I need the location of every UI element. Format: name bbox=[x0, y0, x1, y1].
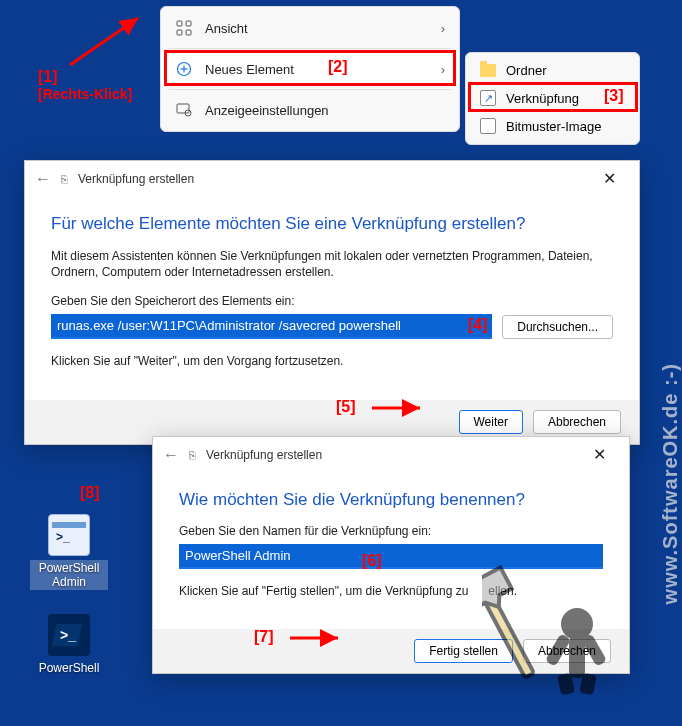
chevron-right-icon: › bbox=[441, 62, 445, 77]
annot-3: [3] bbox=[604, 87, 624, 105]
next-button[interactable]: Weiter bbox=[459, 410, 523, 434]
submenu-bitmap[interactable]: Bitmuster-Image bbox=[466, 112, 639, 140]
dialog1-desc: Mit diesem Assistenten können Sie Verknü… bbox=[51, 248, 613, 280]
chevron-right-icon: › bbox=[441, 21, 445, 36]
svg-text:>_: >_ bbox=[60, 627, 76, 643]
ctx-new-label: Neues Element bbox=[205, 62, 429, 77]
dialog1-heading: Für welche Elemente möchten Sie eine Ver… bbox=[51, 214, 613, 234]
separator bbox=[169, 89, 451, 90]
location-input[interactable] bbox=[51, 314, 492, 339]
close-icon[interactable]: ✕ bbox=[579, 445, 619, 464]
close-icon[interactable]: ✕ bbox=[589, 169, 629, 188]
desktop-icon-ps[interactable]: >_ PowerShell bbox=[30, 614, 108, 676]
display-settings-icon bbox=[175, 101, 193, 119]
context-menu: Ansicht › Neues Element › Anzeigeeinstel… bbox=[160, 6, 460, 132]
annot-4: [4] bbox=[468, 316, 488, 334]
hammer-mascot-icon bbox=[482, 516, 632, 696]
plus-circle-icon bbox=[175, 60, 193, 78]
back-icon[interactable]: ← bbox=[35, 170, 51, 188]
desktop-icon-label: PowerShell Admin bbox=[30, 560, 108, 590]
submenu-folder[interactable]: Ordner bbox=[466, 57, 639, 84]
svg-text:>_: >_ bbox=[56, 530, 70, 544]
dialog2-heading: Wie möchten Sie die Verknüpfung benennen… bbox=[179, 490, 603, 510]
dialog2-title: Verknüpfung erstellen bbox=[206, 448, 569, 462]
shortcut-mini-icon: ⎘ bbox=[189, 449, 196, 461]
submenu-bitmap-label: Bitmuster-Image bbox=[506, 119, 601, 134]
svg-rect-4 bbox=[186, 30, 191, 35]
view-icon bbox=[175, 19, 193, 37]
svg-rect-1 bbox=[177, 21, 182, 26]
submenu-folder-label: Ordner bbox=[506, 63, 546, 78]
powershell-admin-icon: >_ bbox=[48, 514, 90, 556]
annot-8: [8] bbox=[80, 484, 100, 502]
annot-2: [2] bbox=[328, 58, 348, 76]
dialog1-input-label: Geben Sie den Speicherort des Elements e… bbox=[51, 294, 613, 308]
ctx-display-label: Anzeigeeinstellungen bbox=[205, 103, 445, 118]
ctx-display-settings[interactable]: Anzeigeeinstellungen bbox=[161, 93, 459, 127]
ctx-view[interactable]: Ansicht › bbox=[161, 11, 459, 45]
annot-1: [1] bbox=[38, 68, 132, 86]
back-icon[interactable]: ← bbox=[163, 446, 179, 464]
create-shortcut-dialog-1: ← ⎘ Verknüpfung erstellen ✕ Für welche E… bbox=[24, 160, 640, 445]
annot-5: [5] bbox=[336, 398, 356, 416]
ctx-new-item[interactable]: Neues Element › bbox=[161, 52, 459, 86]
svg-rect-20 bbox=[545, 633, 571, 667]
svg-rect-3 bbox=[177, 30, 182, 35]
separator bbox=[169, 48, 451, 49]
watermark: www.SoftwareOK.de :-) bbox=[659, 363, 682, 604]
svg-rect-2 bbox=[186, 21, 191, 26]
shortcut-icon: ↗ bbox=[480, 90, 496, 106]
powershell-icon: >_ bbox=[48, 614, 90, 656]
dialog1-hint: Klicken Sie auf "Weiter", um den Vorgang… bbox=[51, 353, 613, 369]
folder-icon bbox=[480, 64, 496, 77]
annot-6: [6] bbox=[362, 552, 382, 570]
annot-7: [7] bbox=[254, 628, 274, 646]
desktop-icon-label: PowerShell bbox=[37, 660, 102, 676]
ctx-view-label: Ansicht bbox=[205, 21, 429, 36]
desktop-icon-ps-admin[interactable]: >_ PowerShell Admin bbox=[30, 514, 108, 590]
svg-rect-13 bbox=[52, 522, 86, 528]
shortcut-mini-icon: ⎘ bbox=[61, 173, 68, 185]
bitmap-icon bbox=[480, 118, 496, 134]
submenu-shortcut-label: Verknüpfung bbox=[506, 91, 579, 106]
browse-button[interactable]: Durchsuchen... bbox=[502, 315, 613, 339]
cancel-button[interactable]: Abbrechen bbox=[533, 410, 621, 434]
svg-line-0 bbox=[70, 18, 138, 65]
dialog1-title: Verknüpfung erstellen bbox=[78, 172, 579, 186]
annot-1-sub: [Rechts-Klick] bbox=[38, 86, 132, 102]
svg-rect-8 bbox=[177, 104, 189, 113]
svg-rect-17 bbox=[569, 636, 585, 678]
